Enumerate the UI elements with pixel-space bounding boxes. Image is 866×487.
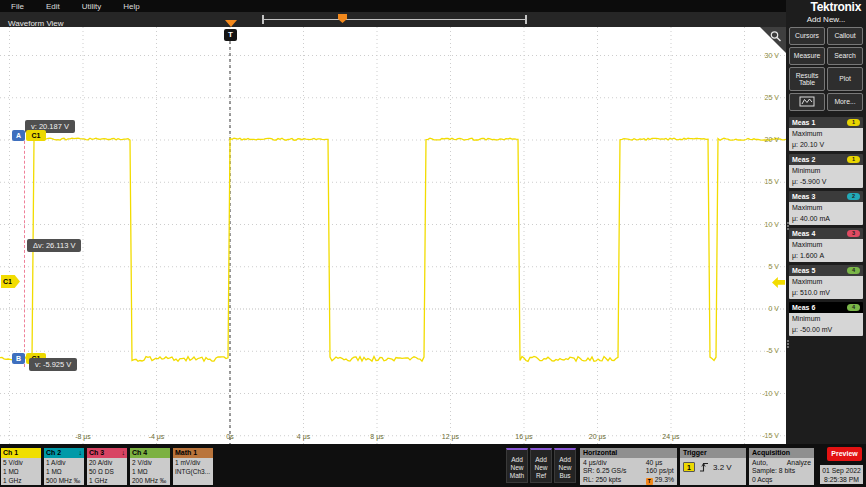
callout-button[interactable]: Callout <box>827 27 863 45</box>
plot-button[interactable]: Plot <box>827 67 863 91</box>
search-button[interactable]: Search <box>827 47 863 65</box>
channel-3-termination: 50 Ω DS <box>89 467 125 476</box>
waveform-view: -8 μs-4 μs0s4 μs8 μs12 μs16 μs20 μs24 μs… <box>0 27 786 444</box>
pan-position-marker[interactable] <box>338 14 347 23</box>
meas-6-stat: Minimum <box>792 314 860 325</box>
measurement-results-list: Meas 11 Maximumμ: 20.10 V Meas 21 Minimu… <box>786 117 866 336</box>
x-axis-tick: 20 μs <box>584 433 612 440</box>
measure-button[interactable]: Measure <box>789 47 825 65</box>
menu-help[interactable]: Help <box>112 2 150 11</box>
meas-1-name: Meas 1 <box>792 119 815 126</box>
meas-5-source-pill: 4 <box>847 267 860 274</box>
channel-4-badge[interactable]: Ch 4↓ 2 V/div1 MΩ200 MHz ‰ <box>130 448 170 485</box>
meas-1-stat: Maximum <box>792 129 860 140</box>
channel-2-label: Ch 2 <box>46 448 61 458</box>
cursor-delta-readout: Δv: 26.113 V <box>27 239 81 252</box>
y-axis-tick: -5 V <box>749 347 779 354</box>
horizontal-trigger-position: T29.3% <box>646 476 674 485</box>
results-table-button[interactable]: Results Table <box>789 67 825 91</box>
menu-edit[interactable]: Edit <box>35 2 71 11</box>
cursor-a-handle[interactable]: A <box>12 130 25 141</box>
display-settings-button[interactable] <box>789 93 825 111</box>
channel-2-badge[interactable]: Ch 2↓ 1 A/div1 MΩ500 MHz ‰ <box>44 448 84 485</box>
meas-3-source-pill: 2 <box>847 193 860 200</box>
channel-3-badge[interactable]: Ch 3↓ 20 A/div50 Ω DS1 GHz <box>87 448 127 485</box>
channel-2-bandwidth: 500 MHz ‰ <box>46 476 82 485</box>
meas-4-name: Meas 4 <box>792 230 815 237</box>
add-new-button-grid: Cursors Callout Measure Search Results T… <box>786 27 866 111</box>
meas-5-value: μ: 510.0 mV <box>792 288 860 299</box>
meas-6-badge[interactable]: Meas 64 Minimumμ: -50.00 mV <box>789 302 863 336</box>
scroll-handle-dots[interactable] <box>787 222 789 224</box>
channel-2-termination: 1 MΩ <box>46 467 82 476</box>
date-label: 01 Sep 2022 <box>820 466 863 475</box>
pan-zoom-overview-bar[interactable] <box>262 15 527 24</box>
cursors-button[interactable]: Cursors <box>789 27 825 45</box>
math-1-badge[interactable]: Math 1↓ 1 mV/divINTG(Ch3... <box>173 448 213 485</box>
preview-button[interactable]: Preview <box>827 447 862 461</box>
y-axis-tick: -10 V <box>749 390 779 397</box>
scroll-handle-dots[interactable] <box>787 340 789 342</box>
add-new-ref-button[interactable]: Add New Ref <box>530 448 552 483</box>
channel-4-scale: 2 V/div <box>132 458 168 467</box>
meas-4-source-pill: 3 <box>847 230 860 237</box>
meas-3-badge[interactable]: Meas 32 Maximumμ: 40.00 mA <box>789 191 863 225</box>
meas-1-source-pill: 1 <box>847 119 860 126</box>
waveform-canvas[interactable] <box>0 27 786 444</box>
magnifier-icon[interactable] <box>769 30 783 44</box>
channel-4-bandwidth: 200 MHz ‰ <box>132 476 168 485</box>
meas-3-stat: Maximum <box>792 203 860 214</box>
trigger-title: Trigger <box>680 448 746 458</box>
acquisition-analyze: Analyze <box>787 459 811 467</box>
channel-3-bandwidth: 1 GHz <box>89 476 125 485</box>
acquisition-sample: Sample: 8 bits <box>752 467 811 475</box>
channel-1-termination: 1 MΩ <box>3 467 39 476</box>
results-bar: Add New... Cursors Callout Measure Searc… <box>786 0 866 444</box>
trigger-position-marker-icon[interactable] <box>225 20 237 27</box>
meas-2-stat: Minimum <box>792 166 860 177</box>
clipping-arrow-icon: ↓ <box>79 448 83 458</box>
trigger-indicator-flag[interactable]: T <box>224 29 237 41</box>
add-new-math-button[interactable]: Add New Math <box>506 448 528 483</box>
add-new-bus-button[interactable]: Add New Bus <box>554 448 576 483</box>
overview-track <box>264 19 525 20</box>
x-axis-tick: 12 μs <box>437 433 465 440</box>
plot-display-icon <box>799 96 815 108</box>
menu-file[interactable]: File <box>0 2 35 11</box>
meas-4-stat: Maximum <box>792 240 860 251</box>
trigger-badge[interactable]: Trigger 1 3.2 V <box>680 448 746 485</box>
horizontal-record-length: RL: 250 kpts <box>583 476 626 485</box>
meas-6-name: Meas 6 <box>792 304 815 311</box>
meas-6-value: μ: -50.00 mV <box>792 325 860 336</box>
cursor-b-readout: v: -5.925 V <box>29 358 77 371</box>
tektronix-logo: Tektronix <box>811 0 861 14</box>
math-1-scale: 1 mV/div <box>175 458 211 467</box>
horizontal-sample-rate: SR: 6.25 GS/s <box>583 467 626 475</box>
settings-bar: Ch 1↓ 5 V/div1 MΩ1 GHz Ch 2↓ 1 A/div1 MΩ… <box>0 444 866 487</box>
meas-5-badge[interactable]: Meas 54 Maximumμ: 510.0 mV <box>789 265 863 299</box>
more-button[interactable]: More... <box>827 93 863 111</box>
meas-2-badge[interactable]: Meas 21 Minimumμ: -5.900 V <box>789 154 863 188</box>
meas-4-badge[interactable]: Meas 43 Maximumμ: 1.600 A <box>789 228 863 262</box>
x-axis-tick: -4 μs <box>143 433 171 440</box>
meas-3-name: Meas 3 <box>792 193 815 200</box>
meas-1-badge[interactable]: Meas 11 Maximumμ: 20.10 V <box>789 117 863 151</box>
meas-2-value: μ: -5.900 V <box>792 177 860 188</box>
acquisition-badge[interactable]: Acquisition Auto,Analyze Sample: 8 bits … <box>749 448 814 485</box>
horizontal-badge[interactable]: Horizontal 4 μs/div40 μs SR: 6.25 GS/s16… <box>580 448 677 485</box>
x-axis-tick: 24 μs <box>657 433 685 440</box>
datetime-display[interactable]: 01 Sep 2022 8:25:38 PM <box>820 465 863 484</box>
y-axis-tick: 0 V <box>749 305 779 312</box>
y-axis-tick: 5 V <box>749 263 779 270</box>
cursor-b-handle[interactable]: B <box>12 353 25 364</box>
channel-1-badge[interactable]: Ch 1↓ 5 V/div1 MΩ1 GHz <box>1 448 41 485</box>
channel-1-label: Ch 1 <box>3 448 18 458</box>
cursor-vertical-line[interactable] <box>24 131 25 367</box>
cursor-a-source-badge[interactable]: C1 <box>26 130 46 141</box>
horizontal-duration: 40 μs <box>646 459 674 467</box>
math-1-label: Math 1 <box>175 448 197 458</box>
add-new-label: Add New... <box>786 15 866 24</box>
horizontal-scale: 4 μs/div <box>583 459 626 467</box>
menu-utility[interactable]: Utility <box>71 2 113 11</box>
x-axis-tick: 0s <box>216 433 244 440</box>
